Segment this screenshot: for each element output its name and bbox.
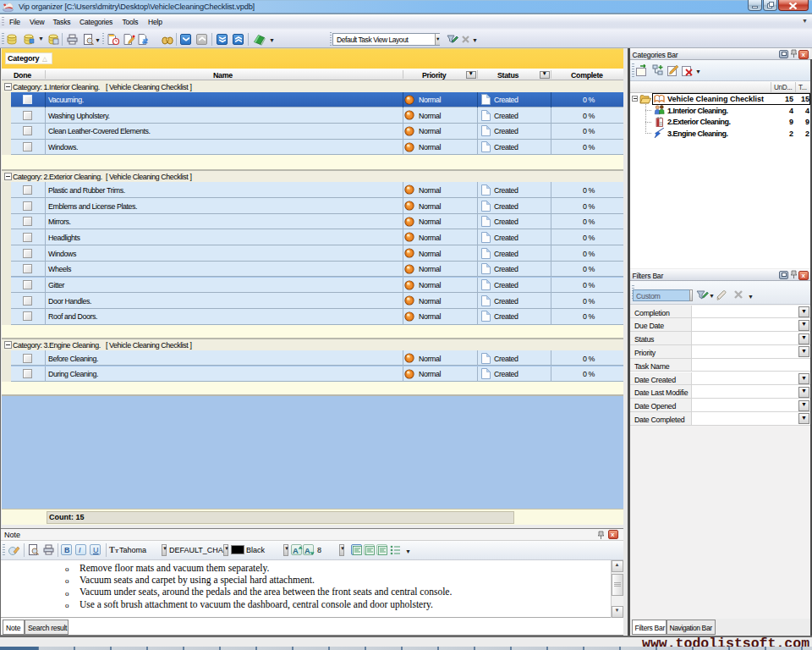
svg-text:A: A <box>293 547 299 555</box>
svg-text:A: A <box>304 547 310 555</box>
